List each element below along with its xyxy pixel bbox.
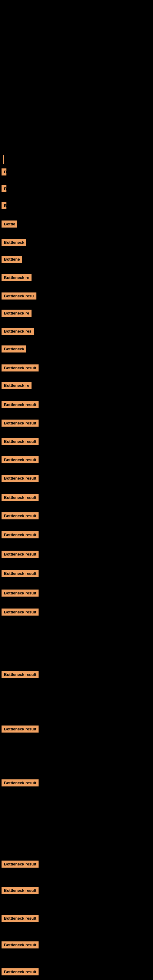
bottleneck-label: Bottleneck [2,345,26,353]
bottleneck-label-row: Bottle [0,221,17,229]
bottleneck-label: Bottlene [2,256,22,263]
bottleneck-label-row: Bottleneck result [0,915,38,923]
bottleneck-label: Bottleneck result [2,861,38,868]
bottleneck-label-row: Bottleneck result [0,475,38,483]
bottleneck-label: Bottleneck re [2,310,32,317]
bottleneck-label-row: Bottleneck result [0,590,38,598]
bottleneck-label: Bottleneck result [2,364,38,371]
bottleneck-label-row: Bottleneck result [0,609,38,617]
bottleneck-label: Bottle [2,221,17,228]
bottleneck-label-row: Bottleneck result [0,671,38,679]
bottleneck-label: Bottleneck result [2,671,38,678]
bottleneck-label-row: Bottleneck re [0,382,32,390]
bottleneck-label-row: Bottleneck result [0,861,38,869]
bottleneck-label: Bottleneck re [2,382,32,389]
bottleneck-label: Bottleneck result [2,531,38,538]
bottleneck-label-row: Bottleneck result [0,420,38,428]
bottleneck-label-row: Bottleneck result [0,438,38,446]
bottleneck-label: Bottleneck re [2,274,32,281]
bottleneck-label: Bottleneck [2,239,26,246]
bottleneck-label-row: Bottleneck res [0,328,34,336]
bottleneck-label: Bottleneck result [2,609,38,616]
bottleneck-label-row: Bottleneck [0,239,26,247]
bottleneck-label-row: Bottleneck re [0,274,32,282]
bottleneck-label: Bottleneck result [2,475,38,482]
bottleneck-label-row: Bottleneck result [0,780,38,788]
bottleneck-label: Bottleneck result [2,725,38,733]
bottleneck-label: Bottleneck result [2,401,38,408]
bottleneck-label: Bottleneck result [2,968,38,975]
bottleneck-label-row: Bottlene [0,256,22,264]
vertical-bar [3,155,4,164]
bottleneck-label-row: Bottleneck result [0,512,38,520]
bottleneck-label: Bottleneck result [2,456,38,463]
bottleneck-label-row: B [0,185,6,194]
bottleneck-label-row: Bottleneck result [0,725,38,734]
bottleneck-label-row: Bottleneck result [0,570,38,578]
bottleneck-label-row: Bottleneck result [0,887,38,895]
bottleneck-label: Bottleneck result [2,420,38,426]
bottleneck-label-row: Bottleneck result [0,364,38,373]
bottleneck-label: Bottleneck result [2,494,38,501]
bottleneck-label: Bottleneck result [2,942,38,948]
bottleneck-label: Bottleneck result [2,512,38,519]
bottleneck-label-row: Bottleneck re [0,310,32,318]
bottleneck-label-row: Bottleneck resu [0,293,37,301]
bottleneck-label: Bottleneck result [2,438,38,445]
bottleneck-label-row: Bottleneck [0,345,26,354]
bottleneck-label: Bottleneck result [2,887,38,894]
bottleneck-label: B [2,202,6,209]
bottleneck-label: Bottleneck result [2,570,38,577]
bottleneck-label: Bottleneck result [2,590,38,597]
bottleneck-label-row: Bottleneck result [0,550,38,559]
bottleneck-label: Bottleneck resu [2,293,37,299]
bottleneck-label-row: Bottleneck result [0,456,38,465]
site-title [0,0,153,5]
bottleneck-label-row: Bottleneck result [0,942,38,950]
bottleneck-label: B [2,185,6,192]
bottleneck-label: Bottleneck result [2,915,38,922]
bottleneck-label: Bottleneck result [2,550,38,558]
bottleneck-label-row: Bottleneck result [0,494,38,502]
bottleneck-label: B [2,169,6,175]
bottleneck-label: Bottleneck result [2,780,38,786]
bottleneck-label-row: B [0,169,6,177]
bottleneck-label-row: B [0,202,6,210]
bottleneck-label: Bottleneck res [2,328,34,335]
bottleneck-label-row: Bottleneck result [0,531,38,539]
bottleneck-label-row: Bottleneck result [0,401,38,409]
bottleneck-label-row: Bottleneck result [0,968,38,977]
